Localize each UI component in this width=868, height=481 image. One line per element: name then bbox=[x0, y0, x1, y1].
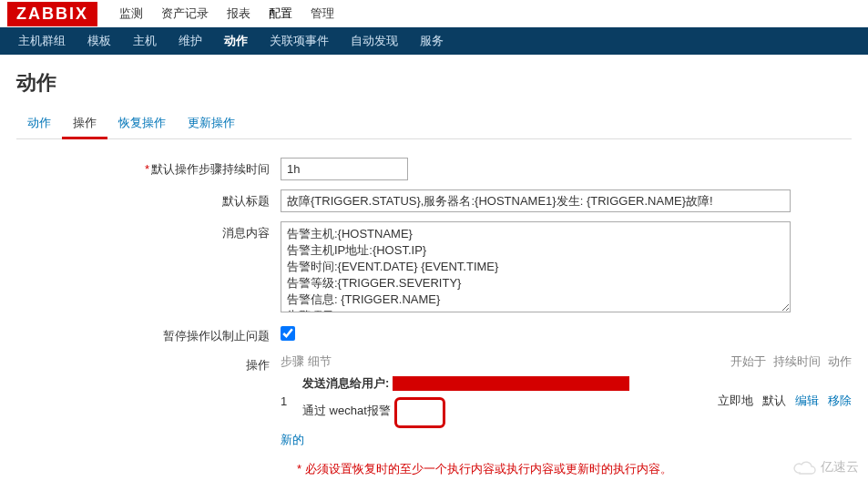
subnav-hostgroups[interactable]: 主机群组 bbox=[7, 26, 77, 56]
top-nav: 监测 资产记录 报表 配置 管理 bbox=[110, 0, 343, 27]
page-title: 动作 bbox=[0, 55, 868, 107]
topnav-monitoring[interactable]: 监测 bbox=[110, 0, 152, 27]
subnav-discovery[interactable]: 自动发现 bbox=[340, 26, 409, 56]
top-bar: ZABBIX 监测 资产记录 报表 配置 管理 bbox=[0, 0, 868, 27]
ops-new-link[interactable]: 新的 bbox=[281, 433, 304, 446]
tab-operations[interactable]: 操作 bbox=[62, 107, 107, 139]
row-pause: 暂停操作以制止问题 bbox=[16, 324, 852, 344]
sub-bar: 主机群组 模板 主机 维护 动作 关联项事件 自动发现 服务 bbox=[0, 27, 868, 55]
label-subject: 默认标题 bbox=[16, 189, 281, 210]
label-message: 消息内容 bbox=[16, 221, 281, 241]
logo: ZABBIX bbox=[7, 2, 97, 26]
subnav-services[interactable]: 服务 bbox=[409, 26, 454, 56]
subnav-maintenance[interactable]: 维护 bbox=[168, 26, 213, 56]
tab-action[interactable]: 动作 bbox=[16, 107, 62, 138]
ops-header: 步骤 细节 开始于 持续时间 动作 bbox=[281, 353, 852, 370]
form-tabs: 动作 操作 恢复操作 更新操作 bbox=[16, 107, 852, 139]
form-area: *默认操作步骤持续时间 默认标题 消息内容 暂停操作以制止问题 操作 步骤 细节 bbox=[0, 139, 868, 481]
label-operations: 操作 bbox=[16, 353, 281, 374]
duration-input[interactable] bbox=[281, 158, 408, 180]
ops-start: 立即地 bbox=[718, 393, 753, 409]
row-operations: 操作 步骤 细节 开始于 持续时间 动作 1 发送消息给用户: 通过 wecha… bbox=[16, 353, 852, 448]
tab-recovery[interactable]: 恢复操作 bbox=[107, 107, 177, 138]
col-detail: 细节 bbox=[308, 354, 332, 368]
required-marker: * bbox=[145, 162, 149, 176]
label-duration: *默认操作步骤持续时间 bbox=[16, 158, 281, 178]
col-duration: 持续时间 bbox=[773, 353, 821, 370]
subject-input[interactable] bbox=[281, 189, 791, 212]
cloud-icon bbox=[793, 460, 817, 475]
ops-detail-prefix: 发送消息给用户: bbox=[302, 375, 389, 392]
subnav-actions[interactable]: 动作 bbox=[213, 26, 259, 56]
redacted-users bbox=[393, 376, 629, 391]
ops-edit-link[interactable]: 编辑 bbox=[795, 393, 819, 409]
watermark-text: 亿速云 bbox=[821, 459, 859, 476]
ops-step-number: 1 bbox=[281, 394, 302, 408]
pause-checkbox[interactable] bbox=[281, 326, 295, 341]
col-steps: 步骤 bbox=[281, 354, 304, 368]
col-action: 动作 bbox=[828, 353, 852, 370]
topnav-inventory[interactable]: 资产记录 bbox=[152, 0, 218, 27]
watermark: 亿速云 bbox=[793, 459, 859, 476]
row-subject: 默认标题 bbox=[16, 189, 852, 212]
subnav-templates[interactable]: 模板 bbox=[77, 26, 122, 56]
col-start: 开始于 bbox=[730, 353, 766, 370]
topnav-configuration[interactable]: 配置 bbox=[260, 0, 301, 27]
ops-row: 1 发送消息给用户: 通过 wechat报警 立即地 默认 编辑 移除 bbox=[281, 375, 852, 426]
message-textarea[interactable] bbox=[281, 221, 791, 312]
required-note: * 必须设置恢复时的至少一个执行内容或执行内容或更新时的执行内容。 bbox=[297, 461, 852, 477]
row-duration: *默认操作步骤持续时间 bbox=[16, 158, 852, 180]
topnav-reports[interactable]: 报表 bbox=[218, 0, 260, 27]
ops-detail-via: 通过 wechat报警 bbox=[302, 403, 391, 419]
row-message: 消息内容 bbox=[16, 221, 852, 315]
ops-remove-link[interactable]: 移除 bbox=[828, 393, 852, 409]
highlight-box bbox=[394, 397, 445, 428]
label-pause: 暂停操作以制止问题 bbox=[16, 324, 281, 344]
topnav-administration[interactable]: 管理 bbox=[301, 0, 343, 27]
subnav-correlation[interactable]: 关联项事件 bbox=[259, 26, 340, 56]
subnav-hosts[interactable]: 主机 bbox=[122, 26, 168, 56]
sub-nav: 主机群组 模板 主机 维护 动作 关联项事件 自动发现 服务 bbox=[7, 26, 454, 56]
tab-update[interactable]: 更新操作 bbox=[177, 107, 246, 138]
ops-duration: 默认 bbox=[762, 393, 786, 409]
